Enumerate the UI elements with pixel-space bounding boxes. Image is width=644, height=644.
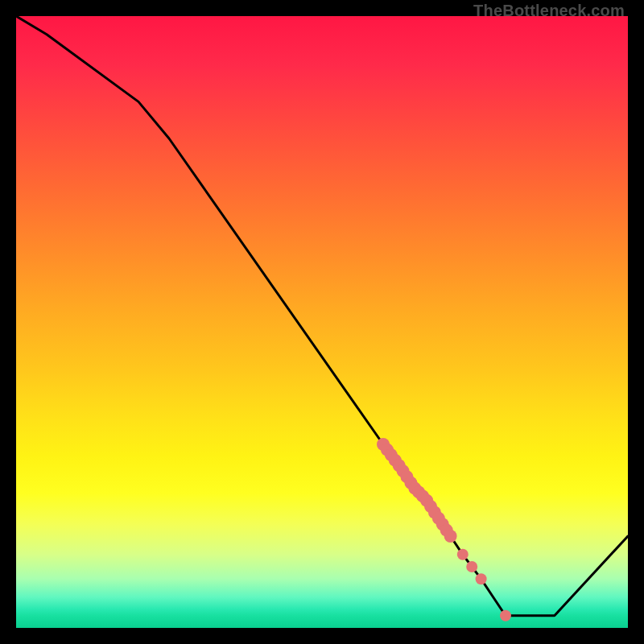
curve-marker <box>444 530 457 543</box>
bottleneck-curve-chart <box>16 16 628 628</box>
curve-marker <box>476 573 487 584</box>
curve-marker <box>500 610 511 621</box>
curve-marker <box>457 549 469 560</box>
watermark-text: TheBottleneck.com <box>473 2 625 20</box>
curve-marker <box>466 561 477 572</box>
bottleneck-curve <box>16 16 628 616</box>
